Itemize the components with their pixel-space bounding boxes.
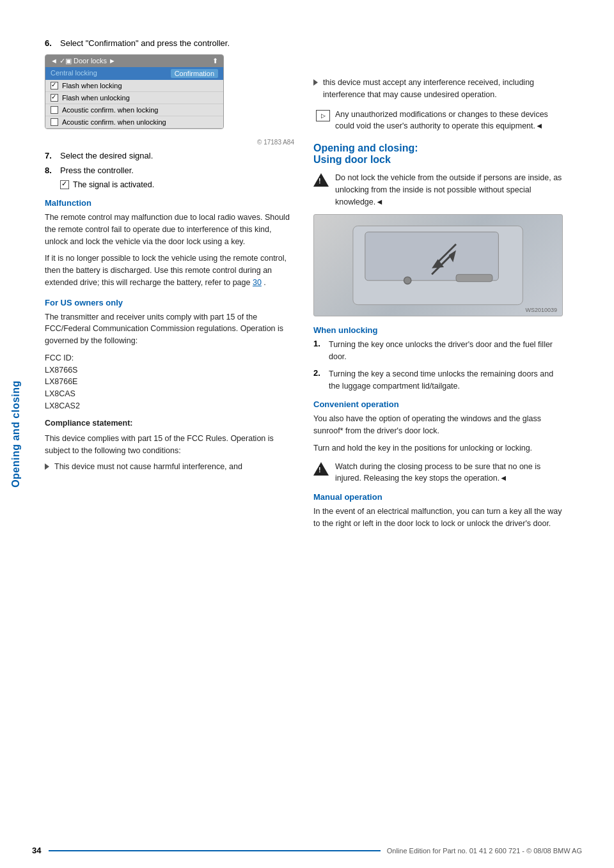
signal-text: The signal is activated.: [73, 180, 154, 189]
bullet-item-2: this device must accept any interference…: [313, 77, 563, 101]
malfunction-page-link[interactable]: 30: [253, 278, 262, 287]
menu-row5-label: Acoustic confirm. when unlocking: [62, 118, 166, 126]
warning-triangle-2: [313, 462, 329, 476]
page-footer: 34 Online Edition for Part no. 01 41 2 6…: [0, 846, 614, 855]
page-container: Opening and closing 6. Select "Confirmat…: [0, 0, 614, 868]
bullet-arrow-2: [313, 79, 318, 86]
checkbox-flash-lock: [51, 82, 58, 89]
bullet1-text: This device must not cause harmful inter…: [54, 461, 242, 473]
malfunction-para2-text: If it is no longer possible to lock the …: [45, 254, 287, 287]
warn-icon-1: [313, 172, 330, 187]
sidebar: Opening and closing: [0, 0, 32, 868]
for-us-heading: For US owners only: [45, 298, 294, 307]
malfunction-para2: If it is no longer possible to lock the …: [45, 252, 294, 288]
step-8-text: Press the controller.: [60, 166, 294, 175]
convenient-para1: You also have the option of operating th…: [313, 413, 563, 437]
menu-row1-left: Central locking: [51, 69, 97, 78]
menu-row1: Central locking Confirmation: [45, 67, 223, 80]
door-lock-image-caption: WS2010039: [525, 307, 557, 313]
warning-box-1: Do not lock the vehicle from the outside…: [313, 172, 563, 208]
left-column: 6. Select "Confirmation" and press the c…: [45, 38, 294, 842]
menu-header: ◄ ✓▣ Door locks ► ⬆: [45, 55, 223, 67]
warning-box-2: Watch during the closing process to be s…: [313, 461, 563, 485]
step-6-text: Select "Confirmation" and press the cont…: [60, 38, 294, 48]
note-text: Any unauthorized modifications or change…: [335, 109, 560, 133]
svg-point-7: [404, 277, 411, 284]
manual-heading: Manual operation: [313, 492, 563, 502]
menu-row4-label: Acoustic confirm. when locking: [62, 106, 158, 114]
warning-text-2: Watch during the closing process to be s…: [335, 461, 563, 485]
step-8-number: 8.: [45, 166, 55, 175]
malfunction-para2-end: .: [264, 278, 265, 287]
right-column: this device must accept any interference…: [313, 38, 563, 842]
door-lock-svg: [326, 220, 549, 311]
unlock-step-2-text: Turning the key a second time unlocks th…: [329, 368, 563, 392]
fcc-ids: FCC ID: LX8766S LX8766E LX8CAS LX8CAS2: [45, 352, 294, 412]
for-us-para1: The transmitter and receiver units compl…: [45, 311, 294, 347]
menu-caption: © 17183 A84: [45, 139, 294, 146]
svg-rect-6: [456, 274, 492, 281]
when-unlocking-heading: When unlocking: [313, 325, 563, 335]
opening-heading-line1: Opening and closing:: [313, 143, 563, 154]
step-7: 7. Select the desired signal.: [45, 151, 294, 160]
compliance-label: Compliance statement:: [45, 417, 294, 430]
page-number: 34: [32, 846, 41, 855]
malfunction-heading: Malfunction: [45, 198, 294, 208]
step-7-number: 7.: [45, 151, 55, 160]
signal-checkmark: [60, 180, 69, 189]
unlock-step-1-text: Turning the key once unlocks the driver'…: [329, 339, 563, 363]
menu-row3: Flash when unlocking: [45, 92, 223, 104]
warning-text-1: Do not lock the vehicle from the outside…: [335, 172, 563, 208]
main-content: 6. Select "Confirmation" and press the c…: [32, 0, 614, 868]
menu-header-left: ◄ ✓▣ Door locks ►: [51, 57, 116, 65]
checkbox-flash-unlock: [51, 94, 58, 102]
menu-header-right: ⬆: [212, 57, 218, 65]
manual-para: In the event of an electrical malfunctio…: [313, 506, 563, 530]
menu-row1-right: Confirmation: [171, 69, 218, 78]
footer-text: Online Edition for Part no. 01 41 2 600 …: [387, 847, 582, 855]
menu-row4: Acoustic confirm. when locking: [45, 104, 223, 116]
unlock-step-1: 1. Turning the key once unlocks the driv…: [313, 339, 563, 363]
opening-heading-line2: Using door lock: [313, 154, 563, 166]
convenient-heading: Convenient operation: [313, 399, 563, 409]
unlock-step-1-num: 1.: [313, 339, 324, 348]
checkbox-acoustic-unlock: [51, 118, 58, 126]
menu-screenshot: ◄ ✓▣ Door locks ► ⬆ Central locking Conf…: [45, 54, 224, 129]
step-7-text: Select the desired signal.: [60, 151, 294, 160]
menu-row3-label: Flash when unlocking: [62, 94, 130, 102]
menu-row2: Flash when locking: [45, 80, 223, 92]
convenient-para2: Turn and hold the key in the positions f…: [313, 442, 563, 454]
signal-activated: The signal is activated.: [60, 180, 294, 189]
bullet2-text: this device must accept any interference…: [323, 77, 563, 101]
menu-row2-label: Flash when locking: [62, 82, 122, 89]
door-lock-image: WS2010039: [313, 214, 563, 316]
footer-line: [49, 850, 380, 851]
note-box: ▷ Any unauthorized modifications or chan…: [313, 106, 563, 136]
menu-row5: Acoustic confirm. when unlocking: [45, 116, 223, 128]
bullet-item-1: This device must not cause harmful inter…: [45, 461, 294, 473]
warn-icon-2: [313, 461, 330, 476]
step-8: 8. Press the controller.: [45, 166, 294, 175]
bullet-arrow-1: [45, 463, 49, 470]
checkbox-acoustic-lock: [51, 106, 58, 114]
opening-heading: Opening and closing: Using door lock: [313, 143, 563, 166]
sidebar-label: Opening and closing: [10, 380, 22, 488]
unlock-step-2-num: 2.: [313, 368, 324, 378]
compliance-para: This device complies with part 15 of the…: [45, 433, 294, 457]
step-6: 6. Select "Confirmation" and press the c…: [45, 38, 294, 48]
step-6-number: 6.: [45, 38, 55, 48]
warning-triangle-1: [313, 173, 329, 187]
malfunction-para1: The remote control may malfunction due t…: [45, 212, 294, 247]
unlock-step-2: 2. Turning the key a second time unlocks…: [313, 368, 563, 392]
note-icon: ▷: [316, 110, 330, 121]
